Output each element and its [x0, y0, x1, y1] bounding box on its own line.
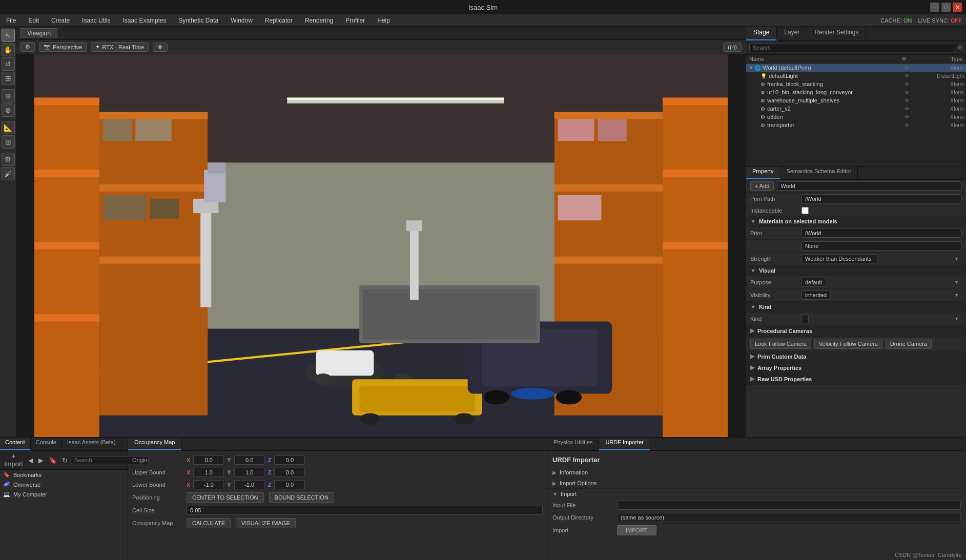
menu-file[interactable]: File — [4, 16, 18, 25]
stream-button[interactable]: ((·)) — [723, 43, 742, 52]
instanceable-checkbox[interactable] — [801, 207, 809, 214]
visibility-select[interactable]: inherited invisible — [801, 291, 831, 300]
stage-search-input[interactable] — [749, 43, 955, 52]
tree-item-o3den[interactable]: ⚙ o3den 👁 Xform — [746, 113, 966, 121]
select-tool-button[interactable]: ↖ — [2, 29, 15, 42]
visibility-icon[interactable]: 👁 — [905, 65, 910, 71]
strength-select[interactable]: Weaker than Descendants Stronger than De… — [801, 254, 877, 263]
tree-item-franka[interactable]: ⚙ franka_block_stacking 👁 Xform — [746, 80, 966, 88]
upper-y-input[interactable] — [234, 468, 265, 477]
urdf-import-options-header[interactable]: ▶ Import Options — [547, 478, 966, 488]
my-computer-item[interactable]: 💻 My Computer — [0, 489, 128, 499]
tree-item-warehouse[interactable]: ⚙ warehouse_multiple_shelves 👁 Xform — [746, 96, 966, 105]
minimize-button[interactable]: — — [930, 3, 939, 12]
visual-section-header[interactable]: ▼ Visual — [746, 265, 966, 276]
prim-custom-data-header[interactable]: ▶ Prim Custom Data — [746, 351, 966, 362]
lower-y-input[interactable] — [234, 480, 265, 489]
drone-camera-button[interactable]: Drone Camera — [886, 339, 932, 349]
tree-item-carter[interactable]: ⚙ carter_v2 👁 Xform — [746, 105, 966, 113]
look-follow-camera-button[interactable]: Look Follow Camera — [750, 339, 811, 349]
array-properties-header[interactable]: ▶ Array Properties — [746, 362, 966, 374]
raw-usd-header[interactable]: ▶ Raw USD Properties — [746, 374, 966, 385]
tree-item-world[interactable]: ▼ 🌐 World (defaultPrim) 👁 Xform — [746, 64, 966, 72]
tab-semantics[interactable]: Semantics Schema Editor — [780, 167, 858, 179]
camera-mode-button[interactable]: 📷 Perspective — [39, 42, 87, 52]
menu-window[interactable]: Window — [229, 16, 255, 25]
renderer-button[interactable]: ✦ RTX - Real-Time — [91, 42, 149, 52]
visibility-icon[interactable]: 👁 — [905, 114, 910, 120]
visibility-icon[interactable]: 👁 — [905, 106, 910, 112]
pan-tool-button[interactable]: ✋ — [2, 43, 15, 56]
calculate-button[interactable]: CALCULATE — [187, 518, 231, 528]
velocity-follow-camera-button[interactable]: Velocity Follow Camera — [814, 339, 882, 349]
menu-isaac-utils[interactable]: Isaac Utils — [80, 16, 112, 25]
menu-synthetic-data[interactable]: Synthetic Data — [176, 16, 220, 25]
menu-create[interactable]: Create — [49, 16, 72, 25]
back-button[interactable]: ◀ — [26, 456, 35, 465]
stage-tab-render[interactable]: Render Settings — [807, 27, 866, 40]
visibility-icon[interactable]: 👁 — [905, 98, 910, 103]
visualize-image-button[interactable]: VISUALIZE IMAGE — [236, 518, 296, 528]
tab-content[interactable]: Content — [0, 438, 31, 450]
materials-section-header[interactable]: ▼ Materials on selected models — [746, 216, 966, 227]
import-button[interactable]: + Import — [2, 452, 25, 468]
origin-y-input[interactable] — [234, 455, 265, 465]
bookmark-button[interactable]: 🔖 — [47, 456, 59, 465]
visibility-icon[interactable]: 👁 — [905, 73, 910, 79]
prim-input[interactable] — [801, 229, 962, 238]
add-button[interactable]: + Add — [750, 181, 774, 191]
menu-replicator[interactable]: Replicator — [263, 16, 295, 25]
visibility-icon[interactable]: 👁 — [905, 81, 910, 87]
upper-x-input[interactable] — [193, 468, 224, 477]
tab-physics-utilities[interactable]: Physics Utilities — [547, 438, 599, 450]
stage-tab-stage[interactable]: Stage — [746, 27, 777, 40]
menu-rendering[interactable]: Rendering — [303, 16, 335, 25]
menu-isaac-examples[interactable]: Isaac Examples — [120, 16, 168, 25]
origin-x-input[interactable] — [193, 455, 224, 465]
paint-tool-button[interactable]: 🖌 — [2, 167, 15, 180]
omniverse-item[interactable]: 🌌 Omniverse — [0, 480, 128, 489]
refresh-button[interactable]: ↻ — [60, 456, 70, 465]
tree-item-transporter[interactable]: ⚙ transporter 👁 Xform — [746, 121, 966, 129]
filter-icon[interactable]: ⚙ — [957, 44, 963, 51]
viewport-tab[interactable]: Viewport — [20, 28, 57, 38]
tab-property[interactable]: Property — [746, 167, 780, 179]
import-action-button[interactable]: IMPORT — [617, 525, 656, 535]
urdf-import-header[interactable]: ▼ Import — [547, 489, 966, 499]
close-button[interactable]: ✕ — [953, 3, 962, 12]
tree-item-light[interactable]: 💡 defaultLight 👁 DistantLight — [746, 72, 966, 80]
lower-z-input[interactable] — [274, 480, 305, 489]
tab-isaac-assets[interactable]: Isaac Assets (Beta) — [62, 438, 121, 450]
stage-tab-layer[interactable]: Layer — [777, 27, 807, 40]
origin-z-input[interactable] — [274, 455, 305, 465]
settings-button[interactable]: ⚙ — [20, 42, 35, 52]
input-file-input[interactable] — [617, 501, 961, 510]
lower-x-input[interactable] — [193, 480, 224, 489]
tree-item-ur10[interactable]: ⚙ ur10_bin_stacking_long_conveyor 👁 Xfor… — [746, 88, 966, 96]
menu-help[interactable]: Help — [375, 16, 392, 25]
measure-tool-button[interactable]: 📐 — [2, 121, 15, 134]
prim-add-input[interactable] — [777, 181, 962, 191]
forward-button[interactable]: ▶ — [36, 456, 46, 465]
maximize-button[interactable]: □ — [941, 3, 951, 12]
menu-edit[interactable]: Edit — [26, 16, 41, 25]
visibility-icon[interactable]: 👁 — [905, 122, 910, 128]
urdf-information-header[interactable]: ▶ Information — [547, 467, 966, 478]
rotate-tool-button[interactable]: ↺ — [2, 57, 15, 71]
prim-path-input[interactable] — [801, 194, 962, 203]
physics-tool-button[interactable]: ⚙ — [2, 153, 15, 166]
center-to-selection-button[interactable]: CENTER TO SELECTION — [187, 492, 264, 503]
tab-urdf-importer[interactable]: URDF Importer — [599, 438, 650, 450]
upper-z-input[interactable] — [274, 468, 305, 477]
purpose-select[interactable]: default render proxy — [801, 278, 826, 287]
gizmo-tool-button[interactable]: ⊗ — [2, 103, 15, 117]
output-directory-input[interactable] — [617, 513, 961, 522]
visibility-icon[interactable]: 👁 — [905, 90, 910, 95]
kind-select[interactable] — [801, 314, 809, 323]
tab-console[interactable]: Console — [31, 438, 62, 450]
transform-tool-button[interactable]: ⊕ — [2, 89, 15, 102]
eye-button[interactable]: 👁 — [153, 43, 168, 52]
procedural-cameras-section-header[interactable]: ▶ Procedural Cameras — [746, 325, 966, 337]
snap-tool-button[interactable]: ⊞ — [2, 135, 15, 149]
none-input[interactable] — [801, 241, 962, 251]
